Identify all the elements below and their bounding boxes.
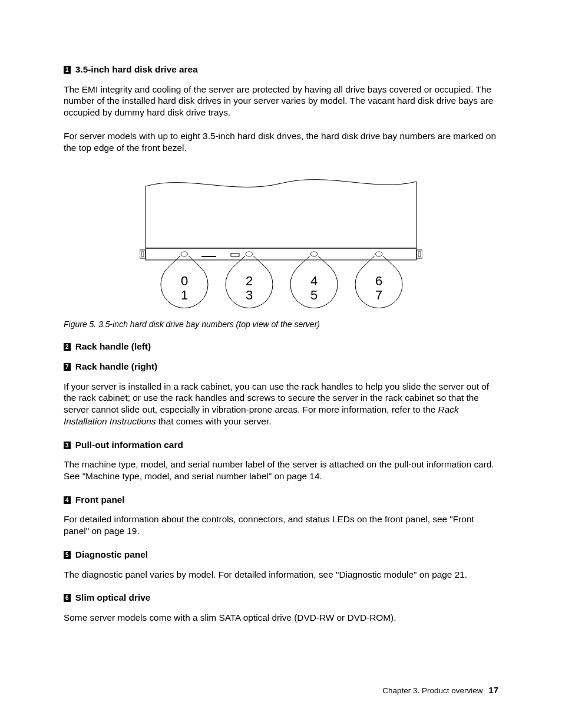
callout-7-heading: 7 Rack handle (right) [64, 361, 498, 373]
footer-page-number: 17 [488, 685, 498, 695]
callout-5-heading: 5 Diagnostic panel [64, 549, 498, 561]
svg-rect-1 [140, 250, 146, 258]
callout-badge-4: 4 [64, 496, 71, 504]
callout-badge-1: 1 [64, 66, 71, 74]
svg-rect-2 [141, 252, 144, 256]
svg-line-12 [318, 256, 330, 268]
paragraph: The diagnostic panel varies by model. Fo… [64, 569, 498, 581]
callout-title-4: Front panel [75, 495, 125, 505]
callout-3-heading: 3 Pull-out information card [64, 439, 498, 451]
paragraph: Some server models come with a slim SATA… [64, 612, 498, 624]
callout-title-7: Rack handle (right) [75, 361, 157, 371]
bay-label-bottom: 1 [181, 288, 188, 302]
bay-label-top: 2 [246, 274, 253, 288]
callout-6-heading: 6 Slim optical drive [64, 592, 498, 604]
svg-line-14 [383, 256, 395, 268]
svg-rect-4 [418, 252, 421, 256]
figure-drive-bay-numbers: 0 1 2 3 4 5 [140, 169, 422, 310]
callout-badge-2: 2 [64, 343, 71, 351]
text-run: If your server is installed in a rack ca… [64, 381, 489, 414]
callout-badge-7: 7 [64, 363, 71, 371]
paragraph: The EMI integrity and cooling of the ser… [64, 84, 498, 118]
svg-line-7 [168, 256, 180, 268]
text-run: that comes with your server. [156, 416, 272, 426]
callout-4-heading: 4 Front panel [64, 494, 498, 506]
drive-bay-diagram: 0 1 2 3 4 5 [140, 169, 422, 310]
bay-label-top: 4 [310, 274, 318, 288]
paragraph: If your server is installed in a rack ca… [64, 381, 498, 427]
paragraph: The machine type, model, and serial numb… [64, 459, 498, 482]
svg-rect-0 [146, 248, 416, 260]
callout-badge-3: 3 [64, 442, 71, 449]
paragraph: For server models with up to eight 3.5-i… [64, 130, 498, 153]
bay-label-bottom: 7 [375, 288, 382, 302]
callout-title-2: Rack handle (left) [75, 341, 151, 351]
svg-rect-3 [416, 250, 422, 258]
svg-line-9 [233, 256, 245, 268]
bay-label-bottom: 5 [310, 288, 318, 302]
footer-chapter: Chapter 3. Product overview [382, 686, 482, 695]
callout-title-3: Pull-out information card [75, 440, 183, 450]
svg-line-11 [297, 256, 310, 268]
callout-badge-5: 5 [64, 551, 71, 559]
callout-title-5: Diagnostic panel [75, 549, 148, 559]
callout-1-heading: 1 3.5-inch hard disk drive area [64, 64, 498, 75]
document-page: 1 3.5-inch hard disk drive area The EMI … [0, 0, 562, 728]
figure-caption: Figure 5. 3.5-inch hard disk drive bay n… [64, 319, 498, 330]
bay-label-bottom: 3 [246, 288, 253, 302]
svg-line-8 [189, 256, 201, 268]
svg-line-10 [253, 256, 266, 268]
bay-label-top: 6 [375, 274, 382, 288]
callout-badge-6: 6 [64, 594, 71, 602]
bay-label-top: 0 [181, 274, 188, 288]
callout-title-6: Slim optical drive [75, 592, 150, 602]
callout-title-1: 3.5-inch hard disk drive area [75, 64, 198, 74]
svg-rect-6 [231, 253, 239, 256]
svg-line-13 [362, 256, 375, 268]
page-footer: Chapter 3. Product overview 17 [382, 684, 498, 696]
paragraph: For detailed information about the contr… [64, 513, 498, 536]
callout-2-heading: 2 Rack handle (left) [64, 341, 498, 353]
